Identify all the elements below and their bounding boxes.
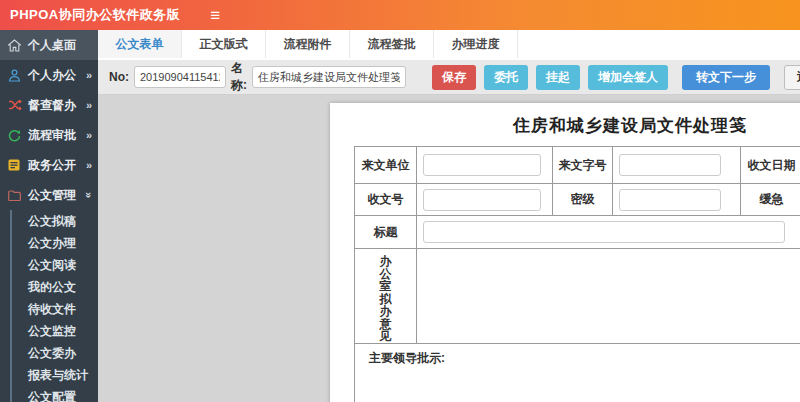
tab-workflow-attachments[interactable]: 流程附件 xyxy=(266,30,350,58)
chevron-right-icon: » xyxy=(86,69,92,81)
user-icon xyxy=(8,69,23,82)
tab-document-form[interactable]: 公文表单 xyxy=(98,30,182,58)
chevron-right-icon: » xyxy=(86,99,92,111)
doc-title-input[interactable] xyxy=(423,221,785,243)
document-form-table: 来文单位 来文字号 收文日期 收文号 密级 缓急 xyxy=(354,146,800,402)
hamburger-menu-icon[interactable]: ≡ xyxy=(210,7,220,24)
sidebar-subitem-doc-handle[interactable]: 公文办理 xyxy=(12,232,98,254)
action-toolbar: No: 名称: 保存 委托 挂起 增加会签人 转文下一步 返回 xyxy=(98,58,800,95)
sidebar-item-personal-office[interactable]: 个人办公 » xyxy=(0,60,98,90)
refresh-icon xyxy=(8,129,23,142)
shuffle-icon xyxy=(8,99,23,112)
tab-body-layout[interactable]: 正文版式 xyxy=(182,30,266,58)
office-opinion-cell[interactable] xyxy=(417,249,800,344)
receive-no-input[interactable] xyxy=(423,189,541,211)
sidebar: 个人桌面 个人办公 » 督查督办 » 流程审批 » xyxy=(0,30,98,402)
suspend-button[interactable]: 挂起 xyxy=(536,65,580,90)
app-title: PHPOA协同办公软件政务版 xyxy=(10,6,180,24)
no-label: No: xyxy=(109,70,129,84)
doc-title-label: 标题 xyxy=(355,216,417,249)
sidebar-subitem-doc-config[interactable]: 公文配置 xyxy=(12,386,98,402)
sidebar-subitem-reports-stats[interactable]: 报表与统计 xyxy=(12,364,98,386)
sidebar-subitem-pending-files[interactable]: 待收文件 xyxy=(12,298,98,320)
add-countersigner-button[interactable]: 增加会签人 xyxy=(588,65,668,90)
document-management-submenu: 公文拟稿 公文办理 公文阅读 我的公文 待收文件 公文监控 公文委办 报表与统计… xyxy=(10,210,98,402)
secrecy-level-label: 密级 xyxy=(553,184,613,216)
receive-date-label: 收文日期 xyxy=(741,147,800,184)
name-label: 名称: xyxy=(231,60,247,94)
tab-bar: 公文表单 正文版式 流程附件 流程签批 办理进度 xyxy=(98,30,800,58)
sidebar-subitem-my-docs[interactable]: 我的公文 xyxy=(12,276,98,298)
calendar-icon xyxy=(8,159,23,172)
sidebar-subitem-doc-delegate[interactable]: 公文委办 xyxy=(12,342,98,364)
chevron-right-icon: » xyxy=(86,159,92,171)
secrecy-level-input[interactable] xyxy=(619,189,721,211)
sidebar-item-document-management[interactable]: 公文管理 » xyxy=(0,180,98,210)
tab-workflow-signoff[interactable]: 流程签批 xyxy=(350,30,434,58)
sidebar-subitem-doc-monitor[interactable]: 公文监控 xyxy=(12,320,98,342)
sidebar-item-gov-disclosure[interactable]: 政务公开 » xyxy=(0,150,98,180)
main-leader-remark-cell[interactable]: 主要领导批示: xyxy=(355,344,800,402)
incoming-unit-input[interactable] xyxy=(423,154,541,176)
sidebar-item-supervision[interactable]: 督查督办 » xyxy=(0,90,98,120)
main-content: 公文表单 正文版式 流程附件 流程签批 办理进度 No: 名称: 保存 委托 挂… xyxy=(98,30,800,402)
home-icon xyxy=(8,39,23,52)
document-page: 住房和城乡建设局文件处理笺 来文单位 来文字号 收文日期 xyxy=(330,103,800,402)
save-button[interactable]: 保存 xyxy=(432,65,476,90)
delegate-button[interactable]: 委托 xyxy=(484,65,528,90)
folder-icon xyxy=(8,189,23,202)
urgency-label: 缓急 xyxy=(741,184,800,216)
app-header: PHPOA协同办公软件政务版 ≡ xyxy=(0,0,800,30)
sidebar-subitem-doc-draft[interactable]: 公文拟稿 xyxy=(12,210,98,232)
incoming-ref-no-label: 来文字号 xyxy=(553,147,613,184)
back-button[interactable]: 返回 xyxy=(784,65,800,90)
sidebar-item-workflow-approval[interactable]: 流程审批 » xyxy=(0,120,98,150)
tab-progress[interactable]: 办理进度 xyxy=(434,30,518,58)
no-input[interactable] xyxy=(134,66,226,88)
incoming-unit-label: 来文单位 xyxy=(355,147,417,184)
receive-no-label: 收文号 xyxy=(355,184,417,216)
sidebar-subitem-doc-read[interactable]: 公文阅读 xyxy=(12,254,98,276)
document-title: 住房和城乡建设局文件处理笺 xyxy=(330,103,800,146)
work-area: 住房和城乡建设局文件处理笺 来文单位 来文字号 收文日期 xyxy=(98,95,800,402)
name-input[interactable] xyxy=(252,66,406,88)
sidebar-item-personal-desktop[interactable]: 个人桌面 xyxy=(0,30,98,60)
chevron-down-icon: » xyxy=(83,192,95,198)
office-opinion-label: 办公室拟办意见 xyxy=(355,249,417,344)
incoming-ref-no-input[interactable] xyxy=(619,154,721,176)
forward-next-button[interactable]: 转文下一步 xyxy=(682,65,770,90)
chevron-right-icon: » xyxy=(86,129,92,141)
